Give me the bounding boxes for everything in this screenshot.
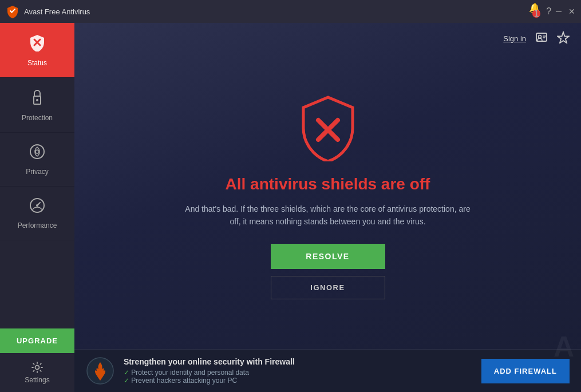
sidebar-privacy-label: Privacy (26, 168, 48, 176)
privacy-icon (29, 143, 46, 164)
minimize-button[interactable]: ─ (556, 7, 562, 16)
alert-description: And that's bad. If the three shields, wh… (185, 203, 471, 228)
svg-point-9 (35, 366, 39, 370)
window-controls: ─ ✕ (556, 7, 575, 16)
promo-title: Strengthen your online security with Fir… (124, 357, 472, 366)
add-firewall-button[interactable]: ADD FIREWALL (481, 359, 570, 383)
app-body: Status Protection Privacy (0, 23, 581, 392)
promo-bullet-2: Prevent hackers attacking your PC (124, 377, 472, 385)
alert-shield-icon (297, 93, 359, 164)
performance-icon (29, 197, 46, 218)
notification-badge: 1 (532, 10, 540, 18)
notification-icon[interactable]: 🔔 1 (529, 2, 540, 21)
sidebar-item-protection[interactable]: Protection (0, 78, 74, 133)
main-topbar: Sign in (74, 23, 581, 54)
app-logo (6, 5, 19, 18)
sidebar-item-privacy[interactable]: Privacy (0, 133, 74, 187)
sidebar-item-status[interactable]: Status (0, 23, 74, 78)
sign-in-link[interactable]: Sign in (503, 34, 526, 43)
promo-bullet-1: Protect your identity and personal data (124, 369, 472, 377)
status-icon (28, 33, 46, 56)
sidebar-protection-label: Protection (22, 114, 53, 122)
svg-point-11 (539, 35, 542, 38)
profile-icon[interactable] (535, 31, 548, 46)
sidebar-item-performance[interactable]: Performance (0, 187, 74, 240)
star-icon[interactable] (557, 31, 570, 46)
protection-icon (29, 88, 45, 110)
firewall-icon (86, 357, 114, 385)
help-icon[interactable]: ? (546, 6, 551, 17)
promo-bar: Strengthen your online security with Fir… (74, 349, 581, 392)
settings-label: Settings (25, 376, 49, 384)
main-alert-section: All antivirus shields are off And that's… (74, 54, 581, 349)
svg-point-5 (35, 150, 39, 153)
close-button[interactable]: ✕ (568, 7, 575, 16)
sidebar-item-settings[interactable]: Settings (0, 353, 74, 392)
title-bar: Avast Free Antivirus 🔔 1 ? ─ ✕ (0, 0, 581, 23)
sidebar: Status Protection Privacy (0, 23, 74, 392)
resolve-button[interactable]: RESOLVE (271, 244, 385, 269)
sidebar-status-label: Status (27, 59, 47, 67)
settings-icon (31, 361, 44, 374)
sidebar-performance-label: Performance (18, 221, 57, 229)
svg-point-3 (36, 99, 38, 101)
ignore-button[interactable]: IGNORE (271, 276, 385, 299)
title-bar-controls: 🔔 1 ? (529, 2, 551, 21)
main-content: Sign in (74, 23, 581, 392)
upgrade-button[interactable]: UPGRADE (0, 328, 74, 353)
alert-title: All antivirus shields are off (226, 175, 430, 193)
promo-text: Strengthen your online security with Fir… (124, 357, 472, 385)
svg-point-8 (36, 204, 38, 207)
app-title: Avast Free Antivirus (24, 7, 529, 16)
promo-bullets: Protect your identity and personal data … (124, 369, 472, 385)
